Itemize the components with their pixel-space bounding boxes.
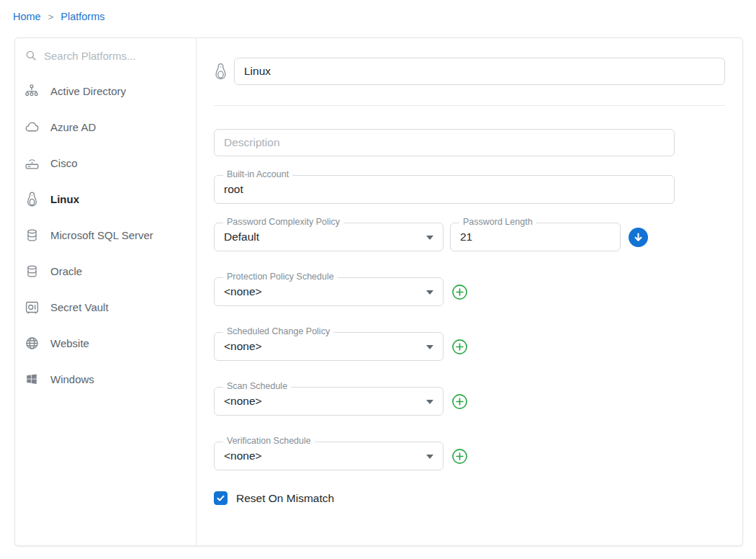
breadcrumb-home-link[interactable]: Home	[13, 11, 41, 22]
builtin-account-field: Built-in Account	[214, 175, 675, 204]
verification-schedule-select[interactable]: Verification Schedule <none>	[214, 442, 444, 470]
plus-circle-icon	[451, 393, 468, 410]
plus-circle-icon	[451, 339, 468, 355]
chevron-down-icon	[426, 455, 433, 459]
sidebar-item-azure-ad[interactable]: Azure AD	[15, 109, 196, 145]
database-icon	[24, 263, 40, 279]
globe-icon	[24, 335, 40, 351]
chevron-down-icon	[426, 236, 433, 240]
description-row	[214, 129, 675, 156]
scheduled-change-policy-label: Scheduled Change Policy	[223, 326, 333, 336]
platform-name-input[interactable]	[234, 58, 725, 85]
scan-schedule-select[interactable]: Scan Schedule <none>	[214, 387, 444, 416]
sidebar-item-label: Windows	[50, 373, 94, 385]
verification-schedule-label: Verification Schedule	[223, 436, 315, 446]
sidebar-item-label: Cisco	[50, 157, 78, 169]
scheduled-change-policy-row: Scheduled Change Policy <none>	[214, 332, 725, 361]
linux-tux-icon	[214, 63, 228, 80]
chevron-down-icon	[426, 290, 433, 295]
sidebar-item-windows[interactable]: Windows	[15, 361, 196, 397]
breadcrumb-separator-icon: >	[48, 12, 54, 22]
vault-icon	[24, 299, 40, 315]
chevron-down-icon	[426, 400, 433, 404]
reset-on-mismatch-checkbox[interactable]	[214, 491, 228, 505]
password-length-label: Password Length	[459, 217, 536, 227]
sidebar-item-label: Microsoft SQL Server	[50, 229, 153, 241]
scan-schedule-value: <none>	[215, 395, 262, 408]
windows-icon	[24, 371, 40, 387]
platforms-sidebar: Active Directory Azure AD	[15, 38, 197, 545]
add-scheduled-change-policy-button[interactable]	[451, 339, 468, 355]
reset-on-mismatch-label: Reset On Mismatch	[236, 492, 334, 505]
chevron-down-icon	[426, 345, 433, 349]
sidebar-item-label: Oracle	[50, 265, 82, 277]
sidebar-item-label: Azure AD	[50, 121, 96, 133]
platform-name-row	[214, 58, 725, 85]
arrow-down-icon	[632, 231, 644, 243]
sidebar-item-secret-vault[interactable]: Secret Vault	[15, 289, 196, 325]
sidebar-item-cisco[interactable]: Cisco	[15, 145, 196, 181]
sidebar-item-oracle[interactable]: Oracle	[15, 253, 196, 289]
platform-search[interactable]	[15, 38, 196, 73]
breadcrumb: Home > Platforms	[13, 11, 105, 22]
protection-policy-schedule-label: Protection Policy Schedule	[223, 272, 338, 282]
password-complexity-policy-select[interactable]: Password Complexity Policy Default	[214, 223, 444, 251]
scan-schedule-row: Scan Schedule <none>	[214, 387, 725, 416]
scan-schedule-label: Scan Schedule	[223, 381, 291, 391]
sidebar-item-label: Secret Vault	[50, 301, 109, 313]
sidebar-item-label: Website	[50, 337, 89, 349]
protection-policy-schedule-value: <none>	[215, 285, 262, 298]
protection-policy-schedule-row: Protection Policy Schedule <none>	[214, 277, 725, 306]
breadcrumb-platforms-link[interactable]: Platforms	[60, 11, 104, 22]
add-scan-schedule-button[interactable]	[451, 393, 468, 410]
reset-on-mismatch-row: Reset On Mismatch	[214, 491, 725, 505]
protection-policy-schedule-select[interactable]: Protection Policy Schedule <none>	[214, 277, 444, 306]
verification-schedule-row: Verification Schedule <none>	[214, 442, 725, 470]
sidebar-item-label: Linux	[50, 193, 79, 205]
scheduled-change-policy-select[interactable]: Scheduled Change Policy <none>	[214, 332, 444, 361]
apply-password-length-button[interactable]	[629, 228, 648, 247]
sidebar-item-label: Active Directory	[50, 85, 126, 97]
sidebar-item-active-directory[interactable]: Active Directory	[15, 73, 196, 109]
add-protection-policy-schedule-button[interactable]	[451, 284, 468, 300]
section-divider	[214, 105, 725, 106]
database-icon	[24, 227, 40, 243]
sidebar-item-microsoft-sql-server[interactable]: Microsoft SQL Server	[15, 217, 196, 253]
password-policy-row: Password Complexity Policy Default Passw…	[214, 223, 725, 251]
platforms-page: Home > Platforms	[0, 0, 756, 559]
cloud-icon	[24, 119, 40, 135]
plus-circle-icon	[451, 284, 468, 300]
search-icon	[24, 49, 37, 62]
password-complexity-policy-label: Password Complexity Policy	[223, 217, 343, 227]
linux-tux-icon	[24, 191, 40, 207]
platforms-card: Active Directory Azure AD	[14, 37, 743, 546]
password-length-input[interactable]	[451, 224, 620, 250]
search-input[interactable]	[44, 50, 181, 62]
router-icon	[24, 155, 40, 171]
password-complexity-policy-value: Default	[215, 231, 259, 243]
scheduled-change-policy-value: <none>	[215, 340, 262, 353]
platform-detail-panel: Built-in Account Password Complexity Pol…	[197, 38, 742, 545]
sidebar-item-linux[interactable]: Linux	[15, 181, 196, 217]
sidebar-item-website[interactable]: Website	[15, 325, 196, 361]
add-verification-schedule-button[interactable]	[451, 448, 468, 465]
sitemap-icon	[24, 83, 40, 99]
checkmark-icon	[216, 493, 225, 503]
password-length-field: Password Length	[450, 223, 621, 251]
builtin-account-input[interactable]	[215, 176, 674, 202]
plus-circle-icon	[451, 448, 468, 465]
builtin-account-label: Built-in Account	[223, 169, 292, 179]
description-input[interactable]	[214, 129, 675, 156]
verification-schedule-value: <none>	[215, 450, 262, 462]
